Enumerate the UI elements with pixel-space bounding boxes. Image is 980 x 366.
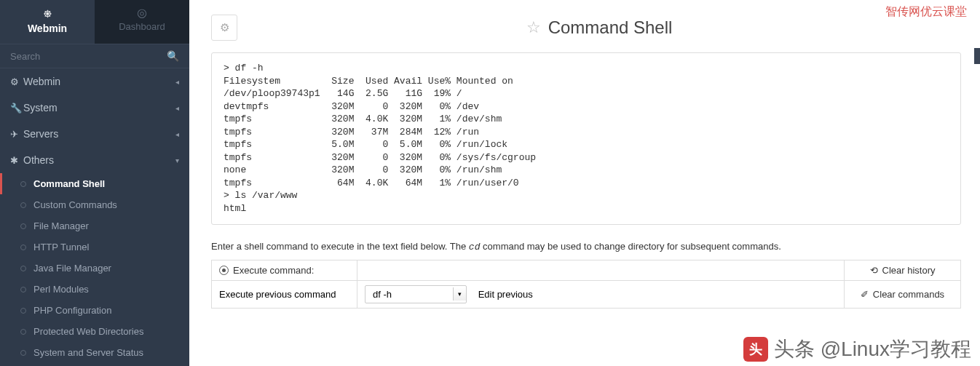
menu-section-servers[interactable]: ✈Servers◂ — [0, 121, 189, 147]
dashboard-label: Dashboard — [95, 21, 189, 32]
history-icon: ⟲ — [870, 265, 878, 276]
section-label: Webmin — [23, 76, 175, 87]
execute-previous-button[interactable]: Execute previous command — [219, 289, 336, 300]
sidebar-item-file-manager[interactable]: File Manager — [0, 215, 189, 236]
brand-tab[interactable]: ⎈ Webmin — [0, 0, 95, 44]
sidebar-item-custom-commands[interactable]: Custom Commands — [0, 194, 189, 215]
search-row: 🔍 — [0, 44, 189, 68]
sidebar-item-text-login[interactable]: Text Login — [0, 363, 189, 366]
right-edge-tab[interactable] — [974, 48, 980, 64]
main-content: 智传网优云课堂 ⚙ ☆ Command Shell > df -h Filesy… — [189, 0, 980, 366]
section-label: Others — [23, 154, 175, 166]
terminal-panel: > df -h Filesystem Size Used Avail Use% … — [211, 52, 961, 225]
sidebar: ⎈ Webmin ◎ Dashboard 🔍 ⚙Webmin◂🔧System◂✈… — [0, 0, 189, 366]
caret-icon: ◂ — [175, 104, 179, 112]
watermark-top: 智传网优云课堂 — [885, 4, 967, 20]
sidebar-item-java-file-manager[interactable]: Java File Manager — [0, 258, 189, 279]
previous-command-select[interactable]: df -h ▾ — [365, 285, 467, 303]
brand-label: Webmin — [0, 23, 95, 34]
search-input[interactable] — [10, 51, 167, 62]
execute-button[interactable]: Execute command: — [219, 265, 349, 276]
clear-history-button[interactable]: ⟲ Clear history — [870, 265, 936, 276]
module-config-button[interactable]: ⚙ — [211, 15, 237, 41]
dashboard-tab[interactable]: ◎ Dashboard — [95, 0, 189, 44]
menu-section-others[interactable]: ✱Others▾ — [0, 147, 189, 173]
sidebar-item-php-configuration[interactable]: PHP Configuration — [0, 300, 189, 321]
page-title: Command Shell — [548, 17, 673, 38]
terminal-output: > df -h Filesystem Size Used Avail Use% … — [224, 62, 949, 215]
menu-section-system[interactable]: 🔧System◂ — [0, 95, 189, 121]
clear-commands-button[interactable]: ✐ Clear commands — [861, 289, 944, 300]
caret-icon: ◂ — [175, 130, 179, 138]
search-icon[interactable]: 🔍 — [167, 50, 179, 62]
sidebar-item-perl-modules[interactable]: Perl Modules — [0, 279, 189, 300]
bullseye-icon — [219, 266, 229, 275]
section-label: System — [23, 102, 175, 114]
chevron-down-icon: ▾ — [453, 287, 466, 301]
section-icon: ⚙ — [10, 76, 23, 87]
section-label: Servers — [23, 128, 175, 140]
caret-icon: ▾ — [175, 156, 179, 164]
watermark-bottom: 头 头条 @Linux学习教程 — [743, 335, 971, 363]
execute-label: Execute command: — [233, 265, 314, 276]
command-form: Execute command: ⟲ Clear history Execute… — [211, 260, 961, 309]
clear-icon: ✐ — [861, 289, 869, 300]
command-input[interactable] — [365, 265, 837, 276]
section-icon: ✈ — [10, 129, 23, 140]
webmin-logo-icon: ⎈ — [0, 6, 95, 21]
sidebar-item-http-tunnel[interactable]: HTTP Tunnel — [0, 236, 189, 258]
menu-section-webmin[interactable]: ⚙Webmin◂ — [0, 68, 189, 95]
section-icon: 🔧 — [10, 103, 23, 114]
sidebar-item-protected-web-directories[interactable]: Protected Web Directories — [0, 321, 189, 342]
gauge-icon: ◎ — [95, 6, 189, 20]
toutiao-logo-icon: 头 — [743, 337, 768, 362]
previous-command-value: df -h — [365, 286, 453, 303]
gear-icon: ⚙ — [220, 21, 229, 34]
edit-previous-button[interactable]: Edit previous — [478, 289, 533, 300]
caret-icon: ◂ — [175, 78, 179, 86]
sidebar-item-system-and-server-status[interactable]: System and Server Status — [0, 342, 189, 363]
help-text: Enter a shell command to execute in the … — [211, 241, 961, 252]
sidebar-item-command-shell[interactable]: Command Shell — [0, 173, 189, 194]
section-icon: ✱ — [10, 155, 23, 166]
star-icon[interactable]: ☆ — [526, 18, 541, 37]
